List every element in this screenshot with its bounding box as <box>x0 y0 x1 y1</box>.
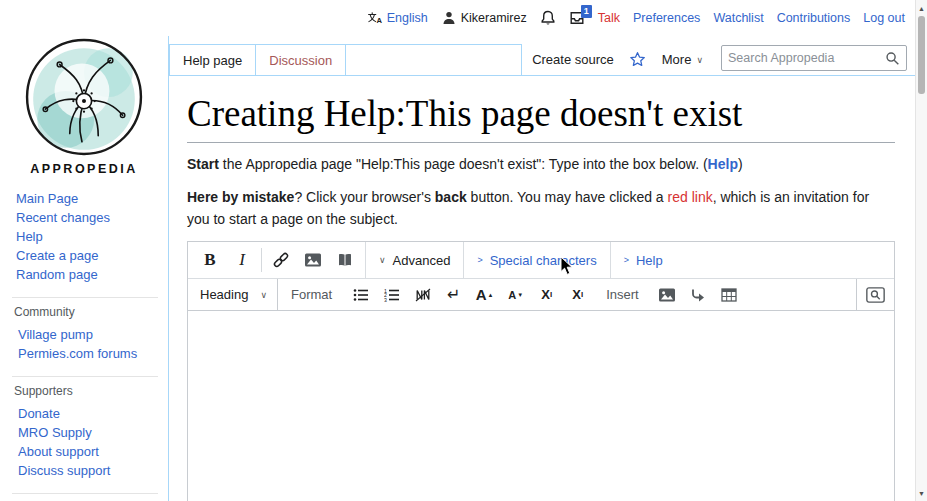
redirect-button[interactable] <box>683 279 714 310</box>
link-icon <box>272 251 290 269</box>
search-icon[interactable] <box>885 51 900 66</box>
edit-textarea[interactable] <box>188 311 894 501</box>
sidebar-item-help[interactable]: Help <box>16 229 43 244</box>
nowiki-button[interactable] <box>407 279 438 310</box>
tab-bar-right: Create source More ∨ <box>522 44 907 75</box>
intro-bold-start: Start <box>187 156 219 172</box>
link-button[interactable] <box>265 242 297 278</box>
star-icon <box>629 51 646 68</box>
sidebar-item-permies-forums[interactable]: Permies.com forums <box>18 346 137 361</box>
alerts-button[interactable] <box>540 10 556 26</box>
sidebar-item-discuss-support[interactable]: Discuss support <box>18 463 110 478</box>
down-triangle-icon: ▼ <box>918 490 925 497</box>
page-title: Creating Help:This page doesn't exist <box>187 92 895 143</box>
more-dropdown[interactable]: More ∨ <box>652 44 713 75</box>
site-logo[interactable]: APPROPEDIA <box>0 36 168 176</box>
help-toggle[interactable]: > Help <box>610 242 676 278</box>
sidebar-section-community: Community Village pump Permies.com forum… <box>12 297 158 363</box>
reference-button[interactable] <box>329 242 361 278</box>
intro-paragraph: Start the Appropedia page "Help:This pag… <box>187 154 895 176</box>
editor-toolbar-advanced: Heading ∨ Format <box>188 279 894 311</box>
sidebar-item-recent-changes[interactable]: Recent changes <box>16 210 110 225</box>
newline-button[interactable]: ↵ <box>438 279 469 310</box>
table-button[interactable] <box>714 279 745 310</box>
toolbar-separator <box>261 248 262 272</box>
language-icon: A <box>367 10 383 26</box>
subscript-button[interactable]: XI <box>562 279 593 310</box>
watch-star-button[interactable] <box>624 44 652 75</box>
back-bold: back <box>435 189 467 205</box>
chevron-right-icon: > <box>477 255 482 265</box>
scroll-up-button[interactable]: ▲ <box>916 1 927 15</box>
sidebar-item-random-page[interactable]: Random page <box>16 267 98 282</box>
watchlist-link[interactable]: Watchlist <box>713 11 763 25</box>
logout-link[interactable]: Log out <box>863 11 905 25</box>
sidebar-item-mro-supply[interactable]: MRO Supply <box>18 425 92 440</box>
intro-text-close: ) <box>738 156 743 172</box>
big-text-button[interactable]: A ▲ <box>469 279 500 310</box>
help-link[interactable]: Help <box>708 156 738 172</box>
book-icon <box>337 252 353 268</box>
svg-text:A: A <box>376 16 382 25</box>
italic-button[interactable]: I <box>226 242 258 278</box>
scroll-thumb[interactable] <box>918 16 925 94</box>
tab-help-page[interactable]: Help page <box>169 44 255 75</box>
bold-button[interactable]: B <box>194 242 226 278</box>
intro-text: the Appropedia page "Help:This page does… <box>219 156 708 172</box>
chevron-down-icon: ∨ <box>379 255 386 265</box>
picture-icon <box>658 287 676 303</box>
special-characters-toggle[interactable]: > Special characters <box>463 242 609 278</box>
create-source-label: Create source <box>532 52 614 67</box>
mistake-text-2: button. You may have clicked a <box>467 189 668 205</box>
tab-discussion[interactable]: Discussion <box>255 44 345 75</box>
contributions-link[interactable]: Contributions <box>777 11 851 25</box>
talk-link[interactable]: Talk <box>598 11 620 25</box>
insert-label: Insert <box>593 287 652 302</box>
heading-dropdown[interactable]: Heading ∨ <box>188 279 278 310</box>
big-text-label: A <box>476 286 487 303</box>
small-text-label: A <box>508 289 516 301</box>
redirect-icon <box>690 287 706 303</box>
numbered-list-icon: 1 2 3 <box>384 288 400 302</box>
notification-badge: 1 <box>581 5 592 18</box>
content-area: Help page Discussion Create source More … <box>168 36 915 501</box>
sidebar-item-donate[interactable]: Donate <box>18 406 60 421</box>
scrollbar[interactable]: ▲ ▼ <box>915 0 927 501</box>
notices-button[interactable]: 1 <box>569 10 585 26</box>
superscript-button[interactable]: XI <box>531 279 562 310</box>
appropedia-wiki-page: A English Kikeramirez 1 Talk Prefere <box>0 0 927 501</box>
newline-icon: ↵ <box>447 285 460 304</box>
tab-bar: Help page Discussion Create source More … <box>169 36 915 76</box>
sidebar-item-main-page[interactable]: Main Page <box>16 191 78 206</box>
bullet-list-icon <box>353 288 369 302</box>
user-page-link[interactable]: Kikeramirez <box>441 10 527 26</box>
subscript-base: X <box>572 287 581 302</box>
small-text-button[interactable]: A ▼ <box>500 279 531 310</box>
sidebar-item-create-a-page[interactable]: Create a page <box>16 248 98 263</box>
search-input[interactable] <box>728 51 885 65</box>
bullet-list-button[interactable] <box>345 279 376 310</box>
red-link[interactable]: red link <box>668 189 713 205</box>
personal-toolbar: A English Kikeramirez 1 Talk Prefere <box>0 0 915 36</box>
sidebar-nav: Main Page Recent changes Help Create a p… <box>16 189 168 284</box>
sidebar-item-village-pump[interactable]: Village pump <box>18 327 93 342</box>
sidebar: APPROPEDIA Main Page Recent changes Help… <box>0 36 168 501</box>
language-button[interactable]: A English <box>367 10 428 26</box>
insert-image-button[interactable] <box>652 279 683 310</box>
preferences-link[interactable]: Preferences <box>633 11 700 25</box>
sidebar-item-about-support[interactable]: About support <box>18 444 99 459</box>
tab-spacer <box>345 44 522 75</box>
up-triangle-icon: ▲ <box>918 5 925 12</box>
username: Kikeramirez <box>461 11 527 25</box>
mistake-bold: Here by mistake <box>187 189 294 205</box>
appropedia-logo-icon <box>22 36 146 158</box>
search-replace-button[interactable] <box>856 279 894 310</box>
numbered-list-button[interactable]: 1 2 3 <box>376 279 407 310</box>
down-triangle-icon: ▼ <box>517 292 523 298</box>
tab-create-source[interactable]: Create source <box>522 44 624 75</box>
advanced-toggle[interactable]: ∨ Advanced <box>365 242 463 278</box>
scroll-down-button[interactable]: ▼ <box>916 486 927 500</box>
editor-toolbar-main: B I <box>188 242 894 279</box>
sidebar-heading-community: Community <box>14 305 158 319</box>
image-button[interactable] <box>297 242 329 278</box>
